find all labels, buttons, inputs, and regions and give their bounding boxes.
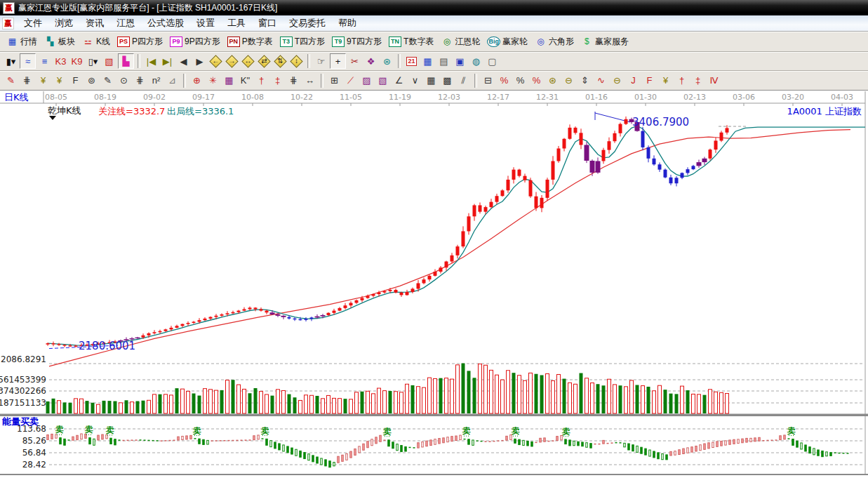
menu-item-help[interactable]: 帮助 <box>332 15 363 31</box>
ruler-123-button[interactable]: ⋕ <box>286 74 301 88</box>
wave-channel-button[interactable]: ∿ <box>594 74 608 88</box>
kline-3-button[interactable]: K3 <box>53 54 68 68</box>
menu-item-tools[interactable]: 工具 <box>221 15 252 31</box>
v-wave-button[interactable]: ∨ <box>408 74 422 88</box>
volume-bar <box>400 392 403 413</box>
toolbar-item-gann-wheel[interactable]: ◎江恩轮 <box>437 34 483 49</box>
kline-9-button[interactable]: K9 <box>69 54 84 68</box>
red-fan-button[interactable]: ⟋ <box>343 74 358 88</box>
percent-fan-button[interactable]: % <box>497 74 512 88</box>
toolbar-item-sector-blocks[interactable]: ▚板块 <box>41 34 79 49</box>
cut-lines-button[interactable]: ✂ <box>347 54 362 68</box>
si-angle-button[interactable]: Ⅳ <box>707 74 721 88</box>
k-note-button[interactable]: K" <box>238 74 253 88</box>
expand-horizontal-diamond-button[interactable]: ↔ <box>241 54 255 68</box>
gann-ruler-button[interactable]: ⋕ <box>20 74 34 88</box>
next-bar-button[interactable]: ▶ <box>192 54 207 68</box>
toolbar-item-p-square[interactable]: PSP四方形 <box>114 34 166 49</box>
kline-style-dropdown-button[interactable]: ▯▾ <box>86 54 100 68</box>
plain-ruler-button[interactable]: ⋕ <box>133 74 147 88</box>
drag-hand-button[interactable]: ☞ <box>314 54 328 68</box>
toolbar-item-kline[interactable]: ⚍K线 <box>79 34 114 49</box>
prev-bar-button[interactable]: ◀ <box>176 54 191 68</box>
gold-angle-button[interactable]: ¥ <box>658 74 673 88</box>
title-bar[interactable]: 赢 赢家江恩专业版[赢家内部服务平台] - [上证指数 SH1A0001-167… <box>0 0 868 15</box>
percent-button[interactable]: % <box>513 74 528 88</box>
menu-item-file[interactable]: 文件 <box>18 15 48 31</box>
brush-tool-button[interactable]: ✎ <box>100 74 115 88</box>
calculator-button[interactable]: ▦ <box>420 54 435 68</box>
window-title: 赢家江恩专业版[赢家内部服务平台] - [上证指数 SH1A0001-167日K… <box>18 2 277 14</box>
gann-knot-purple-button[interactable]: ❖ <box>363 54 378 68</box>
crosshair-button[interactable]: + <box>330 53 346 69</box>
shift-left-diamond-button[interactable]: ← <box>208 54 223 68</box>
toolbar-item-winner-wheel[interactable]: Big赢家轮 <box>483 34 531 49</box>
square-grid-purple-button[interactable]: ▦ <box>222 74 236 88</box>
net-sync-button[interactable]: ◍ <box>469 54 483 68</box>
volume-profile-button[interactable]: ▙ <box>118 53 134 69</box>
gold-line-button[interactable]: ⊖ <box>561 74 576 88</box>
toolbar-item-winner-service[interactable]: $赢家服务 <box>577 34 632 49</box>
menu-item-settings[interactable]: 设置 <box>190 15 221 31</box>
box-anchor-button[interactable]: ⊞ <box>327 74 342 88</box>
toolbar-item-9p-square[interactable]: P99P四方形 <box>166 34 224 49</box>
menu-item-browse[interactable]: 浏览 <box>48 15 79 31</box>
expand-vertical-diamond-button[interactable]: ↕ <box>289 54 304 68</box>
menu-item-trade-order[interactable]: 交易委托 <box>283 15 332 31</box>
angle-lines-button[interactable]: ∠ <box>392 74 406 88</box>
smart-brain-button[interactable]: ⊛ <box>380 54 394 68</box>
crosshair-circle-button[interactable]: ⊕ <box>189 74 204 88</box>
gold-line-2-button[interactable]: ⊖ <box>610 74 625 88</box>
ying-tool-button[interactable]: ‡ <box>270 74 285 88</box>
angle-flag-button[interactable]: ⊿ <box>165 74 180 88</box>
menu-item-news[interactable]: 资讯 <box>79 15 110 31</box>
gold-ruler-2-button[interactable]: ¥ <box>52 74 67 88</box>
save-disk-button[interactable]: ▣ <box>453 54 467 68</box>
shift-right-diamond-button[interactable]: → <box>225 54 239 68</box>
percent-line-button[interactable]: % <box>529 74 544 88</box>
cycle-clock-button[interactable]: ⊙ <box>116 74 131 88</box>
dark-grid-2-button[interactable]: ▩ <box>440 74 455 88</box>
toolbar-item-hexagon[interactable]: ◎六角形 <box>531 34 577 49</box>
shen-angle-button[interactable]: † <box>674 74 689 88</box>
menu-item-formula-stock-pick[interactable]: 公式选股 <box>141 15 190 31</box>
purple-box-fan-button[interactable]: ▨ <box>359 74 374 88</box>
percent-list-button[interactable]: ⊟ <box>481 74 495 88</box>
compress-vertical-diamond-button[interactable]: ⇅ <box>273 54 288 68</box>
pen-vertical-button[interactable]: ⇕ <box>577 74 592 88</box>
spiral-tool-button[interactable]: ⊚ <box>84 74 99 88</box>
toolbar-item-t-number-table[interactable]: TNT数字表 <box>385 34 437 49</box>
first-page-button[interactable]: |◀ <box>144 54 159 68</box>
marker-pen-button[interactable]: ✎ <box>4 74 18 88</box>
purple-grid-fan-button[interactable]: ▧ <box>375 74 390 88</box>
ying-angle-button[interactable]: ‡ <box>690 74 705 88</box>
star-grid-button[interactable]: ✳ <box>206 74 220 88</box>
shen-tool-button[interactable]: † <box>254 74 269 88</box>
parallel-lines-button[interactable]: ⫽ <box>456 74 471 88</box>
toolbar-item-t-square[interactable]: T3T四方形 <box>276 34 328 49</box>
n-square-button[interactable]: n² <box>149 74 163 88</box>
compress-diamond-button[interactable]: ⇄ <box>257 54 272 68</box>
h-span-arrows-button[interactable]: ↔ <box>302 74 317 88</box>
calendar-21-button[interactable]: 21 <box>404 54 419 68</box>
toolbar-item-9t-square[interactable]: T99T四方形 <box>328 34 385 49</box>
menu-items: 文件浏览资讯江恩公式选股设置工具窗口交易委托帮助 <box>18 15 363 31</box>
pattern-red-button[interactable]: ▧ <box>102 54 116 68</box>
toolbar-item-market-quotes[interactable]: ▦行情 <box>3 34 41 49</box>
f-angle-button[interactable]: F <box>642 74 657 88</box>
gold-ruler-1-button[interactable]: ¥ <box>36 74 51 88</box>
menu-item-window[interactable]: 窗口 <box>252 15 283 31</box>
gold-circle-button[interactable]: ⊛ <box>545 74 560 88</box>
zigzag-chart-button[interactable]: ≈ <box>20 53 36 69</box>
memo-pad-button[interactable]: ▤ <box>436 54 451 68</box>
f-ruler-button[interactable]: F <box>68 74 83 88</box>
toolbar-item-p-number-table[interactable]: PNP数字表 <box>224 34 276 49</box>
period-daily-dropdown-button[interactable]: ▮▾ <box>4 54 18 68</box>
remote-pc-button[interactable]: ▢ <box>485 54 500 68</box>
menu-item-gann[interactable]: 江恩 <box>110 15 141 31</box>
info-list-button[interactable]: ≡ <box>37 54 52 68</box>
kline-chart[interactable]: 卖卖卖卖卖卖卖卖卖卖08-0508-1909-0209-1710-0810-22… <box>0 91 868 478</box>
dark-grid-1-button[interactable]: ▦ <box>424 74 439 88</box>
last-page-button[interactable]: ▶| <box>160 54 175 68</box>
j-angle-button[interactable]: J <box>626 74 641 88</box>
